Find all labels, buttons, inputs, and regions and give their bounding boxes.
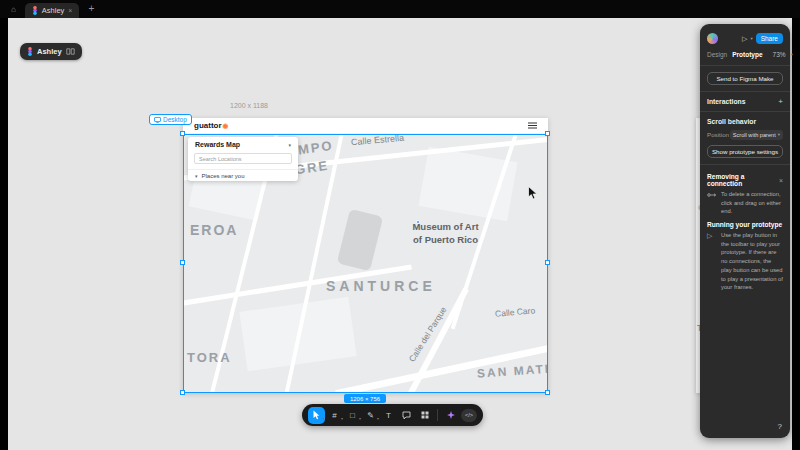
sparkle-icon (447, 411, 455, 419)
desktop-frame-badge[interactable]: Desktop (149, 114, 192, 125)
search-locations-input[interactable] (199, 156, 287, 162)
actions-tool[interactable] (416, 407, 433, 424)
interactions-label: Interactions (707, 98, 778, 105)
comment-bubble-icon (402, 411, 411, 420)
map-park-area (337, 209, 384, 272)
map-street-calle-estrella: Calle Estrella (351, 134, 405, 147)
map-block (418, 147, 517, 222)
chevron-down-icon[interactable]: ▾ (323, 416, 325, 421)
figma-logo-icon (27, 47, 33, 56)
zoom-level[interactable]: 73% (773, 51, 786, 58)
connection-icon (707, 190, 717, 216)
play-icon[interactable]: ▷ (742, 35, 747, 43)
map-poi-museum: Museum of Art of Puerto Rico (383, 221, 508, 247)
scroll-behavior-label: Scroll behavior (707, 115, 783, 127)
chevron-down-icon: ▾ (288, 142, 291, 148)
grid-icon (421, 411, 429, 419)
running-prototype-header: Running your prototype (707, 221, 783, 228)
close-icon[interactable]: × (779, 177, 783, 184)
dev-mode-toggle[interactable]: </> (461, 409, 477, 422)
site-logo: guattor ◉ (194, 121, 228, 130)
map-street-calle-caro: Calle Caro (495, 305, 536, 318)
position-dropdown[interactable]: Scroll with parent ▾ (730, 130, 783, 140)
library-icon[interactable] (66, 48, 75, 55)
selection-handle[interactable] (545, 131, 550, 136)
comment-tool[interactable] (398, 407, 415, 424)
frame-name-label[interactable]: 1200 x 1188 (230, 102, 268, 109)
file-tab[interactable]: Ashley × (25, 3, 80, 18)
divider (700, 91, 790, 92)
figma-logo-icon (32, 6, 38, 15)
selection-handle[interactable] (545, 260, 550, 265)
panel-tabs: Design Prototype 73% ▾ (707, 47, 783, 62)
rewards-map-title: Rewards Map (195, 141, 240, 148)
tab-design[interactable]: Design (707, 51, 727, 58)
design-canvas[interactable]: @ TO 1200 x 1188 Desktop guattor ◉ (8, 18, 792, 450)
text-tool[interactable]: T (380, 407, 397, 424)
position-value: Scroll with parent (733, 132, 776, 138)
selection-handle[interactable] (180, 390, 185, 395)
site-logo-mark-icon: ◉ (223, 122, 229, 130)
site-logo-text: guattor (194, 121, 222, 130)
help-button[interactable]: ? (777, 420, 783, 433)
chevron-down-icon[interactable]: ▾ (377, 416, 379, 421)
running-prototype-title: Running your prototype (707, 221, 782, 228)
toolbar-divider (437, 409, 438, 421)
museum-label-line2: of Puerto Rico (383, 234, 508, 247)
file-name: Ashley (37, 47, 62, 56)
map-label-tora: TORA (187, 350, 232, 365)
chevron-down-icon[interactable]: ▾ (341, 416, 343, 421)
removing-connection-title: Removing a connection (707, 173, 779, 187)
running-prototype-tip: ▷ Use the play button in the toolbar to … (707, 231, 783, 292)
home-icon[interactable]: ⌂ (11, 5, 16, 14)
add-interaction-button[interactable]: + (778, 97, 783, 106)
selection-handle[interactable] (180, 260, 185, 265)
cursor-icon (313, 410, 321, 420)
divider (700, 111, 790, 112)
rewards-map-dropdown[interactable]: Rewards Map ▾ ▾ Places near you (188, 137, 298, 181)
removing-connection-header: Removing a connection × (707, 173, 783, 187)
tab-title: Ashley (42, 6, 65, 15)
divider (700, 164, 790, 165)
divider (700, 65, 790, 66)
chevron-down-icon[interactable]: ▾ (750, 36, 752, 41)
desktop-badge-label: Desktop (163, 116, 187, 123)
interactions-section: Interactions + (707, 95, 783, 108)
position-label: Position (707, 131, 729, 138)
file-menu-pill[interactable]: Ashley (20, 43, 82, 60)
chevron-down-icon[interactable]: ▾ (359, 416, 361, 421)
museum-label-line1: Museum of Art (383, 221, 508, 234)
chevron-down-icon: ▾ (195, 173, 198, 179)
rewards-map-header[interactable]: Rewards Map ▾ (188, 137, 298, 152)
places-near-you-label: Places near you (202, 173, 245, 179)
right-properties-panel: ▷ ▾ Share Design Prototype 73% ▾ Send to… (700, 24, 790, 438)
selection-size-badge: 1206 × 756 (344, 394, 386, 403)
running-prototype-body: Use the play button in the toolbar to pl… (721, 231, 783, 292)
position-row: Position Scroll with parent ▾ (707, 127, 783, 142)
search-locations-box[interactable] (194, 153, 292, 164)
selection-handle[interactable] (180, 131, 185, 136)
map-label-campo: MPO (297, 138, 334, 158)
chevron-down-icon: ▾ (778, 132, 780, 137)
map-label-santurce: SANTURCE (326, 278, 436, 294)
map-label-eroa: EROA (190, 222, 238, 238)
ai-tool[interactable] (442, 407, 459, 424)
panel-header: ▷ ▾ Share (707, 30, 783, 47)
map-label-alegre: GRE (294, 158, 330, 178)
places-near-you-row[interactable]: ▾ Places near you (188, 169, 298, 181)
chevron-down-icon[interactable]: ▾ (791, 52, 793, 57)
selection-handle[interactable] (545, 390, 550, 395)
new-tab-button[interactable]: + (88, 4, 94, 14)
website-header: guattor ◉ (183, 118, 548, 134)
hamburger-menu-icon[interactable] (528, 122, 537, 129)
bottom-toolbar: ▾ #▾ □▾ ✎▾ T </> (302, 404, 483, 426)
share-button[interactable]: Share (756, 33, 783, 44)
user-avatar[interactable] (707, 33, 718, 44)
removing-connection-tip: To delete a connection, click and drag o… (707, 190, 783, 216)
tab-prototype[interactable]: Prototype (732, 51, 762, 58)
send-to-figma-make-button[interactable]: Send to Figma Make (707, 72, 783, 85)
window-tab-bar: ⌂ Ashley × + (0, 0, 800, 18)
removing-connection-body: To delete a connection, click and drag o… (721, 190, 783, 216)
show-prototype-settings-button[interactable]: Show prototype settings (707, 145, 783, 158)
tab-close-icon[interactable]: × (68, 7, 72, 14)
